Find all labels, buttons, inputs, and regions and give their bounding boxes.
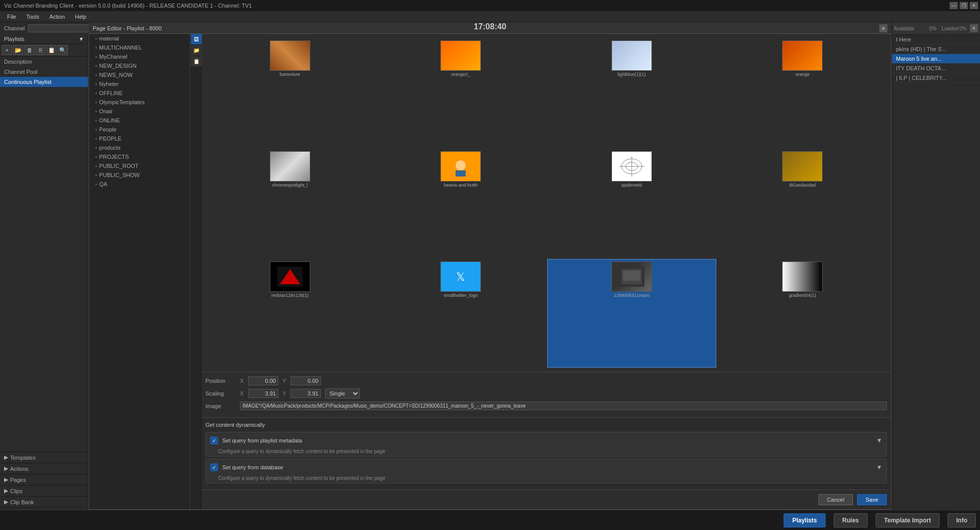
folder-olympic[interactable]: • OlympicTemplates — [89, 98, 190, 107]
image-thumb — [270, 261, 310, 292]
bullet-icon: • — [95, 136, 97, 142]
cancel-button[interactable]: Cancel — [819, 494, 853, 505]
section-templates: ▶ Templates — [0, 452, 88, 463]
list-item[interactable]: orange2_ — [377, 38, 546, 147]
section-clips-title[interactable]: ▶ Clips — [0, 485, 88, 496]
menu-help[interactable]: Help — [70, 13, 92, 21]
far-right-item-4[interactable]: ITY DEATH OCTA... — [892, 64, 980, 73]
folder-online[interactable]: • ONLINE — [89, 116, 190, 125]
image-label: BGasdasdad — [789, 183, 815, 188]
restore-button[interactable]: ❐ — [960, 2, 968, 9]
far-right-close-button[interactable]: ✕ — [970, 24, 978, 32]
far-right-item-5[interactable]: | 6.P | CELEBRITY... — [892, 73, 980, 83]
folder-newdesign[interactable]: • NEW_DESIGN — [89, 61, 190, 70]
playlist-item-continuous[interactable]: Continuous Playlist — [0, 77, 88, 87]
delete-button[interactable]: 🗑 — [24, 45, 34, 55]
playlists-tab-button[interactable]: Playlists — [784, 513, 826, 527]
image-thumb — [782, 261, 823, 292]
menu-file[interactable]: File — [2, 13, 21, 21]
list-item[interactable]: bartexture — [206, 38, 375, 147]
svg-rect-14 — [623, 271, 640, 281]
folder-material[interactable]: • material — [89, 34, 190, 43]
minimize-button[interactable]: — — [950, 2, 958, 9]
playlists-label: Playlists — [4, 36, 78, 42]
menu-tools[interactable]: Tools — [21, 13, 45, 21]
section-actions-title[interactable]: ▶ Actions — [0, 463, 88, 474]
far-right-item-3[interactable]: Maroon 5 live an... — [892, 54, 980, 64]
dynamic-option-2-header[interactable]: ✓ Set query from database ▼ — [206, 459, 886, 475]
folder-public-root[interactable]: • PUBLIC_ROOT — [89, 161, 190, 170]
folder-nyheter[interactable]: • Nyheter — [89, 79, 190, 89]
position-x-input[interactable] — [248, 376, 278, 385]
clock-time: 17:08:40 — [474, 22, 506, 31]
list-item[interactable]: redstar128x128(1) — [206, 259, 375, 368]
x-label: X — [240, 378, 246, 384]
folder-mychannel[interactable]: • MyChannel — [89, 52, 190, 61]
playlist-item-description[interactable]: Description — [0, 57, 88, 67]
folder-multichannel[interactable]: • MULTICHANNEL — [89, 43, 190, 52]
far-right-item-1[interactable]: t Here — [892, 35, 980, 45]
pages-label: Pages — [10, 477, 26, 483]
expand-2-icon[interactable]: ▼ — [876, 464, 882, 471]
folder-people[interactable]: • People — [89, 125, 190, 134]
copy-button[interactable]: ⎘ — [35, 45, 46, 55]
folder-onair[interactable]: • Onair — [89, 107, 190, 116]
list-item[interactable]: spiderweb — [547, 149, 716, 257]
channel-label: Channel — [4, 25, 25, 31]
dynamic-option-1-header[interactable]: ✓ Set query from playlist metadata ▼ — [206, 432, 886, 449]
image-thumb — [270, 40, 310, 71]
playlist-item-channel-pool[interactable]: Channel Pool — [0, 67, 88, 77]
image-thumb — [440, 40, 481, 71]
new-button[interactable]: + — [2, 45, 12, 55]
menu-action[interactable]: Action — [44, 13, 70, 21]
scaling-x-input[interactable] — [248, 389, 278, 398]
actions-label: Actions — [10, 466, 28, 472]
section-pages-title[interactable]: ▶ Pages — [0, 474, 88, 485]
list-item[interactable]: 1299006311maro — [547, 259, 716, 368]
position-y-input[interactable] — [291, 376, 321, 385]
scaling-y-label: Y — [282, 390, 289, 396]
toggle-details-button[interactable]: 📋 — [191, 56, 202, 67]
list-item[interactable]: lightblue(1)(1) — [547, 38, 716, 147]
expand-1-icon[interactable]: ▼ — [876, 437, 882, 444]
template-import-tab-button[interactable]: Template Import — [876, 513, 940, 527]
paste-button[interactable]: 📋 — [47, 45, 57, 55]
loaded-label: Loaded — [942, 26, 958, 31]
scaling-mode-select[interactable]: Single Uniform Free — [325, 388, 360, 399]
rules-tab-button[interactable]: Rules — [834, 513, 868, 527]
svg-rect-2 — [456, 170, 466, 176]
scaling-row: Scaling X Y Single Uniform Free — [206, 388, 887, 399]
bullet-icon: • — [95, 72, 97, 78]
folder-qa[interactable]: • QA — [89, 180, 190, 189]
dynamic-option-1-title: Set query from playlist metadata — [222, 437, 872, 444]
open-button[interactable]: 📂 — [13, 45, 23, 55]
list-item[interactable]: 𝕏 smalltwitter_logo — [377, 259, 546, 368]
image-path-input[interactable] — [240, 402, 887, 410]
folder-newsnow[interactable]: • NEWS_NOW — [89, 70, 190, 79]
bullet-icon: • — [95, 117, 97, 123]
list-item[interactable]: chromespotlight_l — [206, 149, 375, 257]
clipbank-arrow-icon: ▶ — [4, 499, 8, 505]
scaling-y-input[interactable] — [291, 389, 321, 398]
page-editor-close-button[interactable]: ✕ — [879, 24, 887, 32]
close-button[interactable]: ✕ — [970, 2, 978, 9]
image-browser-main: bartexture orange2_ lightblue(1)(1) oran… — [201, 34, 891, 509]
save-button[interactable]: Save — [857, 494, 887, 505]
section-clipbank-title[interactable]: ▶ Clip Bank — [0, 497, 88, 507]
list-item[interactable]: beavis-and-butth — [377, 149, 546, 257]
section-templates-title[interactable]: ▶ Templates — [0, 452, 88, 463]
search-button[interactable]: 🔍 — [58, 45, 68, 55]
position-x-group: X — [240, 376, 278, 385]
folder-products[interactable]: • products — [89, 143, 190, 152]
folder-projects[interactable]: • PROJECTS — [89, 152, 190, 161]
list-item[interactable]: gradient04(1) — [718, 259, 887, 368]
info-tab-button[interactable]: Info — [948, 513, 976, 527]
folder-offline[interactable]: • OFFLINE — [89, 89, 190, 98]
far-right-item-2[interactable]: pkins (HD) | The S... — [892, 45, 980, 54]
folder-PEOPLE[interactable]: • PEOPLE — [89, 134, 190, 143]
toggle-folders-button[interactable]: 📁 — [191, 45, 202, 56]
list-item[interactable]: BGasdasdad — [718, 149, 887, 257]
list-item[interactable]: orange — [718, 38, 887, 147]
toggle-images-button[interactable]: 🖼 — [191, 34, 202, 45]
folder-public-show[interactable]: • PUBLIC_SHOW — [89, 170, 190, 180]
